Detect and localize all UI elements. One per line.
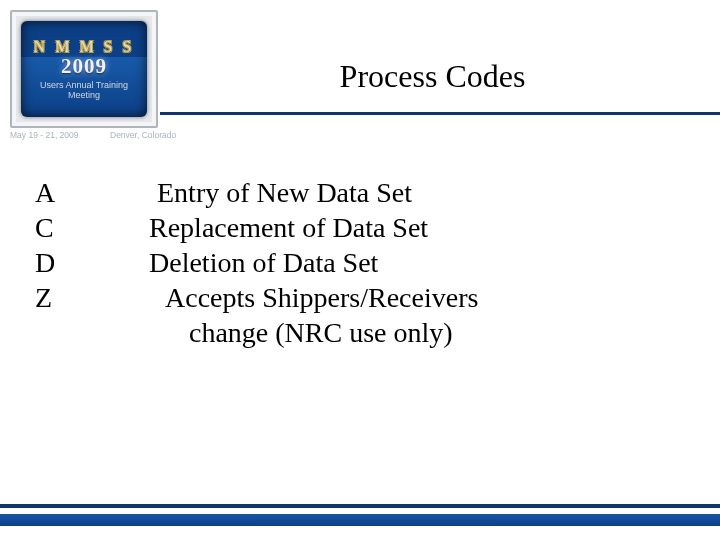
process-desc: Deletion of Data Set bbox=[149, 245, 685, 280]
slide-title: Process Codes bbox=[165, 58, 700, 95]
footer-rule-thick bbox=[0, 514, 720, 526]
list-item: A Entry of New Data Set bbox=[35, 175, 685, 210]
slide-header: N M M S S 2009 Users Annual Training Mee… bbox=[0, 0, 720, 140]
logo-frame: N M M S S 2009 Users Annual Training Mee… bbox=[10, 10, 158, 128]
process-code: A bbox=[35, 175, 149, 210]
list-item: D Deletion of Data Set bbox=[35, 245, 685, 280]
process-desc: Accepts Shippers/Receivers change (NRC u… bbox=[149, 280, 685, 350]
header-date: May 19 - 21, 2009 bbox=[10, 130, 79, 140]
header-location: Denver, Colorado bbox=[110, 130, 176, 140]
process-desc-line: Accepts Shippers/Receivers bbox=[149, 280, 685, 315]
process-desc: Entry of New Data Set bbox=[149, 175, 685, 210]
list-item: Z Accepts Shippers/Receivers change (NRC… bbox=[35, 280, 685, 350]
process-code: Z bbox=[35, 280, 149, 315]
slide-footer bbox=[0, 504, 720, 540]
process-desc-line: change (NRC use only) bbox=[149, 315, 685, 350]
process-code: C bbox=[35, 210, 149, 245]
process-desc: Replacement of Data Set bbox=[149, 210, 685, 245]
list-item: C Replacement of Data Set bbox=[35, 210, 685, 245]
process-code: D bbox=[35, 245, 149, 280]
header-rule bbox=[160, 112, 720, 115]
process-code-list: A Entry of New Data Set C Replacement of… bbox=[35, 175, 685, 350]
logo-year: 2009 bbox=[61, 54, 107, 79]
conference-logo: N M M S S 2009 Users Annual Training Mee… bbox=[21, 21, 147, 117]
logo-subtitle: Users Annual Training Meeting bbox=[27, 81, 141, 100]
